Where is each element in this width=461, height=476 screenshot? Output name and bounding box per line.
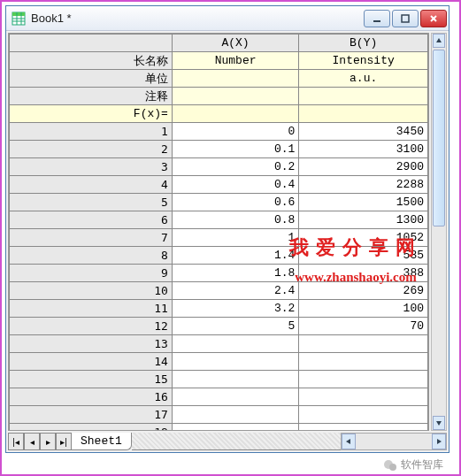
cell[interactable]: 0.6	[172, 194, 298, 211]
sheet-nav-last[interactable]: ▸|	[56, 433, 72, 450]
cell[interactable]: 388	[299, 265, 428, 282]
row-header[interactable]: 11	[10, 300, 173, 318]
cell[interactable]	[172, 424, 298, 432]
longname-label: 长名称	[10, 52, 173, 70]
workbook-icon	[12, 12, 26, 26]
longname-a[interactable]: Number	[172, 52, 298, 70]
svg-point-15	[389, 464, 396, 471]
comment-a[interactable]	[172, 88, 298, 105]
cell[interactable]: 269	[299, 282, 428, 300]
footer-text: 软件智库	[401, 457, 443, 472]
row-header[interactable]: 10	[10, 282, 173, 300]
cell[interactable]: 70	[299, 318, 428, 335]
cell[interactable]: 2.4	[172, 282, 298, 300]
sheet-tab[interactable]: Sheet1	[71, 433, 132, 450]
row-header[interactable]: 12	[10, 318, 173, 335]
unit-label: 单位	[10, 70, 173, 88]
wechat-icon	[383, 458, 397, 472]
row-header[interactable]: 4	[10, 176, 173, 194]
cell[interactable]: 1	[172, 229, 298, 247]
row-header[interactable]: 14	[10, 353, 173, 371]
cell[interactable]: 1.4	[172, 247, 298, 265]
cell[interactable]: 2288	[299, 176, 428, 194]
titlebar[interactable]: Book1 *	[6, 6, 449, 31]
cell[interactable]: 535	[299, 247, 428, 265]
vertical-scrollbar[interactable]	[431, 33, 447, 431]
svg-rect-7	[402, 15, 409, 22]
svg-marker-13	[437, 439, 442, 444]
row-header[interactable]: 9	[10, 265, 173, 282]
svg-marker-10	[436, 38, 442, 42]
row-header[interactable]: 5	[10, 194, 173, 211]
cell[interactable]	[172, 335, 298, 353]
sheet-nav-first[interactable]: |◂	[8, 433, 24, 450]
column-header-b[interactable]: B(Y)	[299, 35, 428, 52]
workbook-window: Book1 * A(X) B(Y) 长名称 Number	[5, 5, 449, 453]
scroll-up-button[interactable]	[433, 34, 445, 48]
cell[interactable]: 0.2	[172, 158, 298, 176]
minimize-button[interactable]	[364, 10, 390, 27]
cell[interactable]: 0	[172, 123, 298, 141]
cell[interactable]	[172, 406, 298, 424]
column-header-a[interactable]: A(X)	[172, 35, 298, 52]
cell[interactable]: 2900	[299, 158, 428, 176]
cell[interactable]	[172, 371, 298, 388]
cell[interactable]: 1.8	[172, 265, 298, 282]
row-header[interactable]: 3	[10, 158, 173, 176]
row-header[interactable]: 16	[10, 388, 173, 406]
row-header[interactable]: 15	[10, 371, 173, 388]
cell[interactable]: 3450	[299, 123, 428, 141]
svg-rect-1	[12, 12, 25, 16]
cell[interactable]: 1500	[299, 194, 428, 211]
maximize-button[interactable]	[392, 10, 419, 27]
cell[interactable]	[172, 353, 298, 371]
row-header[interactable]: 18	[10, 424, 173, 432]
worksheet-grid[interactable]: A(X) B(Y) 长名称 Number Intensity 单位 a.u.	[8, 33, 429, 431]
scroll-right-button[interactable]	[432, 434, 446, 449]
svg-marker-12	[346, 439, 350, 444]
cell[interactable]: 3100	[299, 141, 428, 158]
fx-a[interactable]	[172, 105, 298, 123]
cell[interactable]	[299, 335, 428, 353]
cell[interactable]: 1052	[299, 229, 428, 247]
close-button[interactable]	[420, 10, 447, 27]
window-title: Book1 *	[31, 12, 364, 25]
scroll-left-button[interactable]	[342, 434, 356, 449]
cell[interactable]: 0.4	[172, 176, 298, 194]
fx-label: F(x)=	[10, 105, 173, 123]
fx-b[interactable]	[299, 105, 428, 123]
comment-b[interactable]	[299, 88, 428, 105]
row-header[interactable]: 13	[10, 335, 173, 353]
cell[interactable]	[299, 371, 428, 388]
footer-logo: 软件智库	[383, 457, 443, 472]
cell[interactable]: 100	[299, 300, 428, 318]
cell[interactable]: 5	[172, 318, 298, 335]
cell[interactable]	[172, 388, 298, 406]
longname-b[interactable]: Intensity	[299, 52, 428, 70]
row-header[interactable]: 1	[10, 123, 173, 141]
cell[interactable]: 1300	[299, 211, 428, 229]
row-header[interactable]: 2	[10, 141, 173, 158]
cell[interactable]	[299, 406, 428, 424]
cell[interactable]: 0.1	[172, 141, 298, 158]
sheet-nav-prev[interactable]: ◂	[24, 433, 40, 450]
comment-label: 注释	[10, 88, 173, 105]
cell[interactable]	[299, 353, 428, 371]
row-header[interactable]: 8	[10, 247, 173, 265]
scroll-thumb[interactable]	[433, 50, 445, 226]
cell[interactable]	[299, 388, 428, 406]
svg-marker-11	[436, 421, 442, 426]
cell[interactable]: 3.2	[172, 300, 298, 318]
scroll-down-button[interactable]	[433, 416, 445, 430]
tab-strip	[132, 433, 341, 450]
unit-a[interactable]	[172, 70, 298, 88]
cell[interactable]: 0.8	[172, 211, 298, 229]
row-header[interactable]: 17	[10, 406, 173, 424]
corner-cell[interactable]	[10, 35, 173, 52]
row-header[interactable]: 7	[10, 229, 173, 247]
cell[interactable]	[299, 424, 428, 432]
sheet-nav-next[interactable]: ▸	[40, 433, 56, 450]
horizontal-scrollbar[interactable]	[341, 433, 447, 450]
row-header[interactable]: 6	[10, 211, 173, 229]
unit-b[interactable]: a.u.	[299, 70, 428, 88]
